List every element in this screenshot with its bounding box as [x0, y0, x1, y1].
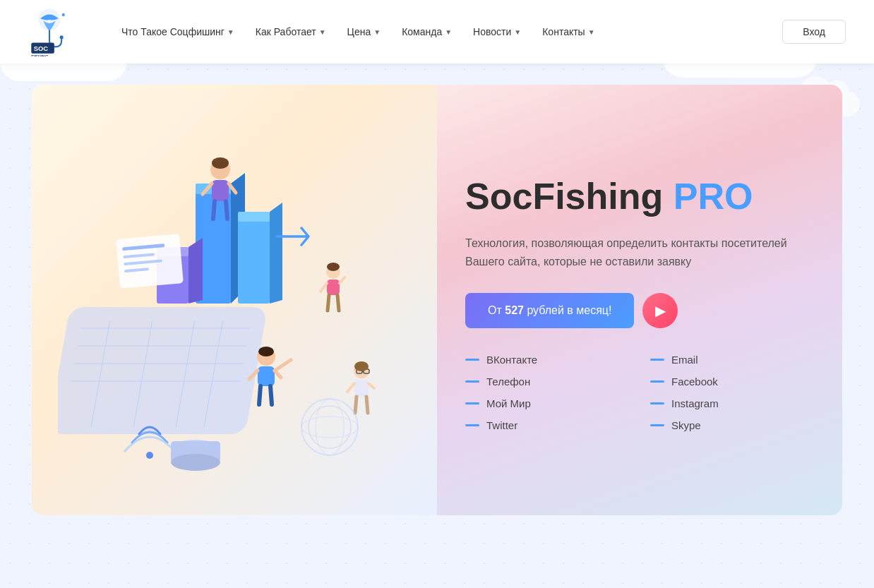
login-button[interactable]: Вход — [782, 20, 846, 44]
svg-text:FISHING: FISHING — [31, 54, 49, 56]
feature-dash — [465, 359, 479, 361]
chevron-down-icon: ▼ — [373, 28, 381, 36]
feature-dash — [465, 402, 479, 404]
svg-line-34 — [226, 201, 227, 219]
feature-moimir: Мой Мир — [465, 397, 622, 409]
cta-button[interactable]: От 527 рублей в месяц! — [465, 293, 634, 328]
svg-point-5 — [62, 13, 65, 16]
nav-team[interactable]: Команда ▼ — [393, 20, 460, 43]
chevron-down-icon: ▼ — [319, 28, 326, 36]
feature-dash — [650, 380, 664, 383]
chevron-down-icon: ▼ — [514, 28, 521, 36]
svg-marker-23 — [188, 238, 203, 304]
svg-point-35 — [212, 157, 229, 169]
feature-instagram: Instagram — [650, 397, 807, 409]
hero-title-pro: PRO — [674, 176, 753, 217]
svg-rect-37 — [354, 380, 369, 397]
svg-line-41 — [366, 397, 368, 413]
svg-rect-6 — [58, 307, 268, 434]
svg-line-51 — [270, 386, 272, 404]
feature-dash — [650, 424, 664, 426]
feature-skype: Skype — [650, 419, 807, 431]
svg-line-39 — [369, 383, 374, 388]
hero-title: SocFishing PRO — [465, 176, 807, 218]
chevron-down-icon: ▼ — [445, 28, 452, 36]
feature-email: Email — [650, 354, 807, 366]
svg-line-56 — [321, 283, 327, 292]
hero-cta: От 527 рублей в месяц! ▶ — [465, 293, 807, 328]
svg-rect-18 — [238, 215, 270, 304]
svg-line-53 — [275, 360, 291, 371]
svg-point-61 — [146, 452, 153, 459]
hero-illustration — [32, 85, 437, 515]
svg-rect-47 — [258, 366, 275, 386]
logo[interactable]: SOC FISHING — [28, 7, 71, 56]
nav-news[interactable]: Новости ▼ — [465, 20, 529, 43]
feature-vkontakte: ВКонтакте — [465, 354, 622, 366]
svg-line-59 — [337, 295, 339, 311]
feature-facebook: Facebook — [650, 376, 807, 388]
svg-marker-20 — [270, 203, 282, 304]
chevron-down-icon: ▼ — [588, 28, 595, 36]
feature-phone: Телефон — [465, 376, 622, 388]
svg-line-33 — [213, 201, 215, 219]
feature-dash — [465, 380, 479, 383]
svg-line-57 — [340, 277, 345, 283]
svg-rect-19 — [238, 212, 270, 222]
navbar: SOC FISHING Что Такое Соцфишинг ▼ Как Ра… — [0, 0, 874, 64]
cta-arrow-button[interactable]: ▶ — [642, 293, 678, 328]
nav-price[interactable]: Цена ▼ — [339, 20, 390, 43]
hero-subtitle: Технология, позволяющая определить конта… — [465, 234, 804, 270]
svg-point-52 — [258, 347, 274, 356]
feature-dash — [465, 424, 479, 426]
nav-what-is[interactable]: Что Такое Соцфишинг ▼ — [113, 20, 243, 43]
svg-point-69 — [303, 400, 357, 454]
svg-text:SOC: SOC — [34, 44, 49, 52]
svg-line-58 — [328, 295, 329, 311]
feature-dash — [650, 359, 664, 361]
feature-dash — [650, 402, 664, 404]
svg-line-38 — [347, 383, 354, 392]
svg-rect-55 — [327, 280, 340, 295]
chevron-down-icon: ▼ — [227, 28, 234, 36]
features-grid: ВКонтакте Email Телефон Facebook Мой Мир… — [465, 354, 807, 431]
svg-point-1 — [60, 35, 64, 39]
hero-section: SocFishing PRO Технология, позволяющая о… — [32, 85, 842, 515]
svg-point-45 — [354, 361, 369, 371]
hero-content: SocFishing PRO Технология, позволяющая о… — [437, 85, 842, 515]
play-icon: ▶ — [655, 302, 666, 319]
svg-line-50 — [259, 386, 261, 404]
feature-twitter: Twitter — [465, 419, 622, 431]
nav-contacts[interactable]: Контакты ▼ — [534, 20, 603, 43]
svg-line-40 — [355, 397, 357, 413]
svg-point-60 — [327, 263, 340, 271]
svg-point-64 — [171, 454, 220, 471]
nav-links: Что Такое Соцфишинг ▼ Как Работает ▼ Цен… — [113, 20, 782, 43]
nav-how-works[interactable]: Как Работает ▼ — [247, 20, 335, 43]
svg-rect-30 — [212, 180, 229, 201]
